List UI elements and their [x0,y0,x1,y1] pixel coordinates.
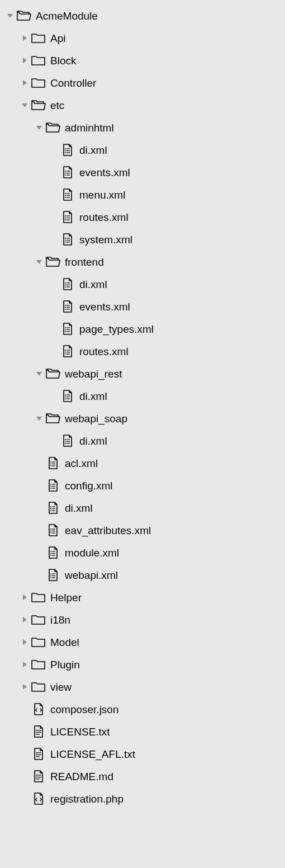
tree-item-label: etc [50,100,64,111]
file-row[interactable]: di.xml [0,430,285,452]
folder-open-icon [17,9,31,22]
tree-item-label: Helper [50,592,82,603]
xml-file-icon [60,210,75,224]
file-row[interactable]: README.md [0,765,285,787]
svg-marker-115 [23,684,27,690]
chevron-right-icon[interactable] [19,636,30,648]
svg-point-75 [50,461,51,463]
tree-item-label: system.xml [79,234,132,245]
file-row[interactable]: system.xml [0,228,285,251]
chevron-down-icon[interactable] [34,368,45,379]
xml-file-icon [60,322,75,336]
file-row[interactable]: menu.xml [0,183,285,206]
svg-point-30 [65,238,66,239]
tree-item-label: adminhtml [65,122,114,133]
chevron-right-icon[interactable] [19,55,30,66]
svg-point-81 [50,484,51,485]
chevron-down-icon[interactable] [34,256,45,267]
file-row[interactable]: registration.php [0,787,285,810]
file-row[interactable]: events.xml [0,295,285,318]
file-row[interactable]: routes.xml [0,206,285,228]
chevron-down-icon[interactable] [34,122,45,133]
folder-icon [31,613,46,626]
file-row[interactable]: events.xml [0,161,285,183]
tree-item-label: AcmeModule [36,11,98,21]
chevron-down-icon[interactable] [34,413,45,424]
folder-icon [31,31,46,45]
svg-marker-0 [7,14,13,18]
chevron-right-icon[interactable] [19,659,30,670]
tree-item-label: page_types.xml [79,324,154,334]
tree-item-label: routes.xml [79,346,129,357]
file-row[interactable]: di.xml [0,139,285,161]
svg-point-55 [65,350,66,351]
svg-point-20 [65,195,66,196]
file-row[interactable]: di.xml [0,273,285,295]
text-file-icon [31,725,46,738]
tree-item-label: Model [50,637,79,648]
folder-row[interactable]: Helper [0,586,285,608]
folder-row[interactable]: webapi_rest [0,362,285,385]
file-row[interactable]: LICENSE.txt [0,720,285,743]
chevron-right-icon[interactable] [19,614,30,625]
xml-file-icon [46,546,60,559]
folder-row[interactable]: Model [0,631,285,653]
folder-icon [31,658,46,671]
tree-item-label: routes.xml [79,212,129,223]
folder-row[interactable]: Block [0,49,285,72]
chevron-right-icon[interactable] [19,77,30,88]
svg-point-43 [65,305,66,306]
folder-row[interactable]: Controller [0,72,285,94]
xml-file-icon [60,345,75,358]
svg-point-18 [65,193,66,194]
tree-item-label: di.xml [79,145,107,155]
svg-point-69 [65,439,66,440]
svg-point-101 [50,553,51,554]
chevron-down-icon[interactable] [4,10,16,21]
folder-row[interactable]: frontend [0,251,285,273]
file-row[interactable]: di.xml [0,385,285,407]
file-row[interactable]: eav_attributes.xml [0,519,285,541]
file-row[interactable]: module.xml [0,541,285,564]
folder-row[interactable]: view [0,676,285,698]
tree-item-label: di.xml [79,279,107,290]
file-row[interactable]: LICENSE_AFL.txt [0,743,285,765]
folder-row[interactable]: Api [0,27,285,49]
file-row[interactable]: acl.xml [0,452,285,474]
file-row[interactable]: di.xml [0,497,285,519]
file-row[interactable]: webapi.xml [0,564,285,586]
tree-item-label: events.xml [79,301,130,312]
svg-point-107 [50,575,51,577]
svg-point-8 [65,150,66,152]
file-row[interactable]: page_types.xml [0,318,285,340]
tree-item-label: di.xml [65,503,93,513]
folder-row[interactable]: webapi_soap [0,407,285,430]
file-row[interactable]: config.xml [0,474,285,497]
chevron-right-icon[interactable] [19,32,30,44]
file-row[interactable]: composer.json [0,698,285,720]
svg-point-26 [65,218,66,219]
chevron-down-icon[interactable] [19,100,30,111]
svg-point-66 [65,398,66,399]
folder-row[interactable]: AcmeModule [0,4,285,27]
file-tree: AcmeModuleApiBlockControlleretcadminhtml… [0,4,285,810]
folder-row[interactable]: Plugin [0,653,285,676]
svg-point-95 [50,531,51,532]
folder-row[interactable]: etc [0,94,285,116]
xml-file-icon [46,523,60,537]
folder-row[interactable]: i18n [0,608,285,631]
svg-point-79 [50,465,51,466]
svg-marker-114 [23,662,27,667]
chevron-right-icon[interactable] [19,592,30,603]
folder-open-icon [46,367,60,380]
svg-point-89 [50,508,51,510]
folder-row[interactable]: adminhtml [0,116,285,139]
tree-item-label: eav_attributes.xml [65,525,151,536]
chevron-right-icon[interactable] [19,681,30,692]
svg-point-12 [65,171,66,172]
svg-point-59 [65,353,66,355]
svg-point-93 [50,529,51,530]
tree-item-label: frontend [65,257,104,267]
file-row[interactable]: routes.xml [0,340,285,362]
folder-icon [31,54,46,67]
